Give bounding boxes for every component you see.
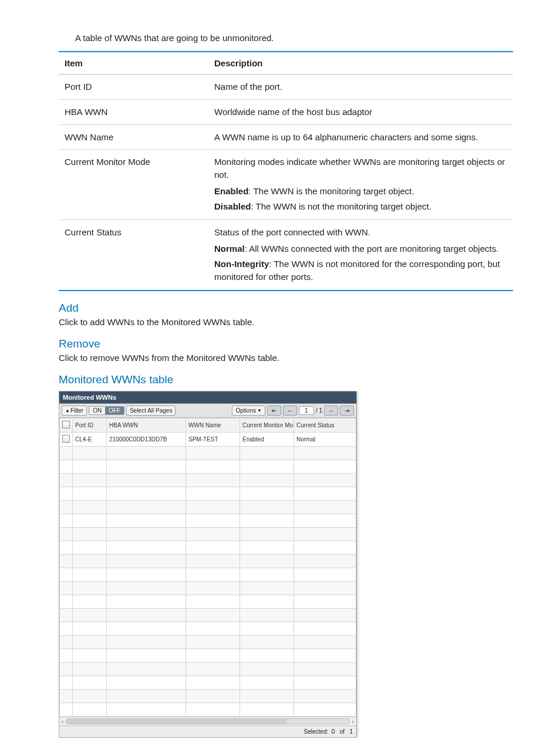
cell-monitor-mode: Enabled [240, 433, 294, 447]
checkbox-icon[interactable] [62, 421, 70, 428]
scroll-right-icon[interactable]: › [351, 718, 355, 725]
table-row [60, 582, 356, 595]
data-grid: Port ID HBA WWN WWN Name Current Monitor… [59, 418, 356, 725]
horizontal-scrollbar[interactable]: ‹ › [59, 717, 356, 725]
table-row [60, 703, 356, 717]
scroll-left-icon[interactable]: ‹ [60, 718, 65, 725]
table-row [60, 541, 356, 555]
panel-title: Monitored WWNs [59, 391, 356, 404]
options-button[interactable]: Options▼ [232, 406, 265, 416]
section-remove-title: Remove [59, 337, 513, 350]
next-page-button[interactable]: → [324, 406, 338, 416]
last-page-button[interactable]: ⇥ [340, 406, 354, 416]
desc-text: Monitoring modes indicate whether WWNs a… [208, 150, 513, 220]
cell-hba-wwn: 210000C0DD13DD7B [107, 433, 186, 447]
table-row [60, 447, 356, 460]
section-remove-body: Click to remove WWNs from the Monitored … [59, 353, 513, 363]
page-total: / 1 [316, 407, 322, 414]
table-row [60, 649, 356, 663]
description-table: Item Description Port IDName of the port… [59, 51, 513, 291]
th-description: Description [208, 52, 513, 75]
table-row [60, 514, 356, 528]
col-checkbox[interactable] [60, 418, 73, 433]
table-row [60, 690, 356, 703]
table-row [60, 595, 356, 609]
table-row [60, 528, 356, 541]
table-row [60, 663, 356, 676]
panel-footer: Selected: 0 of 1 [59, 725, 356, 737]
panel-toolbar: ▲Filter ON OFF Select All Pages Options▼… [59, 404, 356, 418]
section-add-body: Click to add WWNs to the Monitored WWNs … [59, 317, 513, 327]
cell-status: Normal [294, 433, 356, 447]
table-row [60, 568, 356, 582]
prev-page-button[interactable]: ← [283, 406, 297, 416]
first-page-button[interactable]: ⇤ [267, 406, 281, 416]
col-wwn-name[interactable]: WWN Name [186, 418, 240, 433]
monitored-wwns-panel: Monitored WWNs ▲Filter ON OFF Select All… [59, 391, 357, 738]
intro-text: A table of WWNs that are going to be unm… [75, 33, 513, 43]
desc-text: Name of the port. [208, 75, 513, 100]
table-row[interactable]: CL4-E210000C0DD13DD7BSPM-TESTEnabledNorm… [60, 433, 356, 447]
desc-item: WWN Name [59, 124, 208, 150]
table-row [60, 622, 356, 636]
collapse-icon: ▲ [65, 407, 69, 414]
cell-port-id: CL4-E [73, 433, 107, 447]
th-item: Item [59, 52, 208, 75]
col-status[interactable]: Current Status [294, 418, 356, 433]
desc-text: A WWN name is up to 64 alphanumeric char… [208, 124, 513, 150]
desc-item: Current Status [59, 220, 208, 291]
select-all-pages-button[interactable]: Select All Pages [126, 406, 176, 416]
chevron-down-icon: ▼ [257, 407, 262, 414]
page-input[interactable]: 1 [299, 406, 314, 415]
col-monitor-mode[interactable]: Current Monitor Mode [240, 418, 294, 433]
toggle-off[interactable]: OFF [105, 407, 124, 414]
desc-item: HBA WWN [59, 99, 208, 124]
row-checkbox[interactable] [62, 435, 70, 443]
desc-item: Port ID [59, 75, 208, 100]
table-row [60, 609, 356, 622]
table-row [60, 636, 356, 649]
on-off-toggle[interactable]: ON OFF [89, 406, 124, 415]
desc-item: Current Monitor Mode [59, 150, 208, 220]
toggle-on[interactable]: ON [89, 407, 105, 414]
cell-wwn-name: SPM-TEST [186, 433, 240, 447]
table-row [60, 555, 356, 568]
table-row [60, 501, 356, 514]
table-row [60, 676, 356, 690]
col-port-id[interactable]: Port ID [73, 418, 107, 433]
desc-text: Worldwide name of the host bus adaptor [208, 99, 513, 124]
filter-button[interactable]: ▲Filter [62, 406, 87, 416]
table-row [60, 474, 356, 487]
section-add-title: Add [59, 302, 513, 315]
table-row [60, 460, 356, 474]
col-hba-wwn[interactable]: HBA WWN [107, 418, 186, 433]
desc-text: Status of the port connected with WWN.No… [208, 220, 513, 291]
section-monitored-title: Monitored WWNs table [59, 373, 513, 386]
table-row [60, 487, 356, 501]
scrollbar-thumb[interactable] [66, 719, 286, 724]
